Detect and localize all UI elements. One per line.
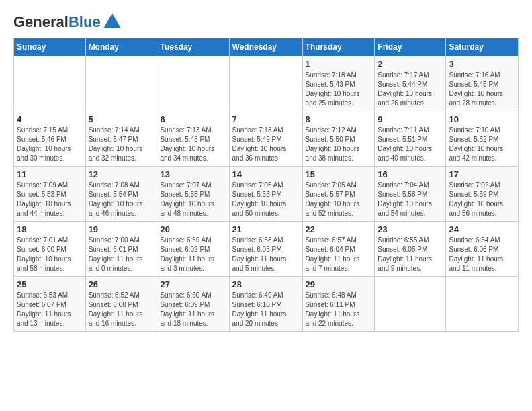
day-cell [375,277,446,332]
day-number: 27 [160,279,226,289]
day-cell: 15Sunrise: 7:05 AMSunset: 5:57 PMDayligh… [302,167,375,222]
day-number: 17 [449,169,515,179]
day-cell: 23Sunrise: 6:55 AMSunset: 6:05 PMDayligh… [375,222,446,277]
day-info: Sunrise: 6:53 AMSunset: 6:07 PMDaylight:… [17,291,83,328]
day-info: Sunrise: 7:11 AMSunset: 5:51 PMDaylight:… [378,126,443,163]
day-number: 29 [306,279,372,289]
day-info: Sunrise: 6:50 AMSunset: 6:09 PMDaylight:… [160,291,226,328]
day-info: Sunrise: 7:08 AMSunset: 5:54 PMDaylight:… [89,181,154,218]
day-cell: 22Sunrise: 6:57 AMSunset: 6:04 PMDayligh… [302,222,375,277]
day-cell [229,56,302,111]
day-info: Sunrise: 7:05 AMSunset: 5:57 PMDaylight:… [306,181,372,218]
header-sunday: Sunday [14,38,86,56]
day-cell: 29Sunrise: 6:48 AMSunset: 6:11 PMDayligh… [302,277,375,332]
day-cell [446,277,519,332]
day-number: 24 [449,224,515,234]
day-info: Sunrise: 7:13 AMSunset: 5:49 PMDaylight:… [232,126,300,163]
day-number: 11 [17,169,83,179]
day-number: 15 [306,169,372,179]
day-info: Sunrise: 6:49 AMSunset: 6:10 PMDaylight:… [232,291,300,328]
svg-marker-0 [103,13,121,28]
day-info: Sunrise: 6:57 AMSunset: 6:04 PMDaylight:… [306,236,372,273]
header-thursday: Thursday [302,38,375,56]
day-cell: 24Sunrise: 6:54 AMSunset: 6:06 PMDayligh… [446,222,519,277]
day-cell: 17Sunrise: 7:02 AMSunset: 5:59 PMDayligh… [446,167,519,222]
day-cell: 19Sunrise: 7:00 AMSunset: 6:01 PMDayligh… [85,222,157,277]
day-cell: 8Sunrise: 7:12 AMSunset: 5:50 PMDaylight… [302,111,375,167]
day-info: Sunrise: 7:00 AMSunset: 6:01 PMDaylight:… [89,236,154,273]
day-number: 5 [89,114,154,124]
week-row-5: 25Sunrise: 6:53 AMSunset: 6:07 PMDayligh… [14,277,519,332]
week-row-1: 1Sunrise: 7:18 AMSunset: 5:43 PMDaylight… [14,56,519,111]
day-number: 26 [89,279,154,289]
header-saturday: Saturday [446,38,519,56]
day-number: 16 [378,169,443,179]
day-cell: 4Sunrise: 7:15 AMSunset: 5:46 PMDaylight… [14,111,86,167]
day-cell: 27Sunrise: 6:50 AMSunset: 6:09 PMDayligh… [157,277,229,332]
day-info: Sunrise: 7:14 AMSunset: 5:47 PMDaylight:… [89,126,154,163]
day-number: 10 [449,114,515,124]
day-number: 22 [306,224,372,234]
day-cell: 26Sunrise: 6:52 AMSunset: 6:08 PMDayligh… [85,277,157,332]
header-monday: Monday [85,38,157,56]
logo: GeneralBlue [13,13,122,31]
day-info: Sunrise: 7:15 AMSunset: 5:46 PMDaylight:… [17,126,83,163]
logo-general: General [13,13,69,30]
day-info: Sunrise: 6:58 AMSunset: 6:03 PMDaylight:… [232,236,300,273]
day-info: Sunrise: 6:48 AMSunset: 6:11 PMDaylight:… [306,291,372,328]
day-number: 8 [306,114,372,124]
day-cell: 28Sunrise: 6:49 AMSunset: 6:10 PMDayligh… [229,277,302,332]
day-info: Sunrise: 7:10 AMSunset: 5:52 PMDaylight:… [449,126,515,163]
day-info: Sunrise: 7:12 AMSunset: 5:50 PMDaylight:… [306,126,372,163]
day-info: Sunrise: 7:18 AMSunset: 5:43 PMDaylight:… [306,71,372,108]
week-row-3: 11Sunrise: 7:09 AMSunset: 5:53 PMDayligh… [14,167,519,222]
day-cell: 13Sunrise: 7:07 AMSunset: 5:55 PMDayligh… [157,167,229,222]
day-number: 9 [378,114,443,124]
day-cell: 2Sunrise: 7:17 AMSunset: 5:44 PMDaylight… [375,56,446,111]
day-cell: 16Sunrise: 7:04 AMSunset: 5:58 PMDayligh… [375,167,446,222]
day-cell: 12Sunrise: 7:08 AMSunset: 5:54 PMDayligh… [85,167,157,222]
day-number: 19 [89,224,154,234]
day-number: 14 [232,169,300,179]
day-number: 20 [160,224,226,234]
header-tuesday: Tuesday [157,38,229,56]
day-info: Sunrise: 7:17 AMSunset: 5:44 PMDaylight:… [378,71,443,108]
day-number: 6 [160,114,226,124]
calendar-header-row: SundayMondayTuesdayWednesdayThursdayFrid… [14,38,519,56]
day-number: 3 [449,59,515,69]
day-number: 2 [378,59,443,69]
day-info: Sunrise: 7:01 AMSunset: 6:00 PMDaylight:… [17,236,83,273]
day-cell: 6Sunrise: 7:13 AMSunset: 5:48 PMDaylight… [157,111,229,167]
day-number: 28 [232,279,300,289]
logo-blue: Blue [69,13,101,30]
calendar-table: SundayMondayTuesdayWednesdayThursdayFrid… [13,38,519,332]
day-cell: 7Sunrise: 7:13 AMSunset: 5:49 PMDaylight… [229,111,302,167]
day-cell [85,56,157,111]
day-info: Sunrise: 7:02 AMSunset: 5:59 PMDaylight:… [449,181,515,218]
day-number: 12 [89,169,154,179]
day-info: Sunrise: 6:52 AMSunset: 6:08 PMDaylight:… [89,291,154,328]
day-cell: 18Sunrise: 7:01 AMSunset: 6:00 PMDayligh… [14,222,86,277]
day-cell: 21Sunrise: 6:58 AMSunset: 6:03 PMDayligh… [229,222,302,277]
day-cell: 9Sunrise: 7:11 AMSunset: 5:51 PMDaylight… [375,111,446,167]
day-info: Sunrise: 6:55 AMSunset: 6:05 PMDaylight:… [378,236,443,273]
day-cell: 11Sunrise: 7:09 AMSunset: 5:53 PMDayligh… [14,167,86,222]
header-friday: Friday [375,38,446,56]
day-cell: 5Sunrise: 7:14 AMSunset: 5:47 PMDaylight… [85,111,157,167]
header: GeneralBlue [13,13,519,31]
day-number: 4 [17,114,83,124]
day-cell [14,56,86,111]
day-number: 7 [232,114,300,124]
day-cell: 10Sunrise: 7:10 AMSunset: 5:52 PMDayligh… [446,111,519,167]
day-number: 1 [306,59,372,69]
day-cell [157,56,229,111]
day-info: Sunrise: 7:09 AMSunset: 5:53 PMDaylight:… [17,181,83,218]
day-number: 13 [160,169,226,179]
day-number: 18 [17,224,83,234]
day-cell: 14Sunrise: 7:06 AMSunset: 5:56 PMDayligh… [229,167,302,222]
header-wednesday: Wednesday [229,38,302,56]
week-row-2: 4Sunrise: 7:15 AMSunset: 5:46 PMDaylight… [14,111,519,167]
day-number: 25 [17,279,83,289]
day-info: Sunrise: 7:13 AMSunset: 5:48 PMDaylight:… [160,126,226,163]
day-info: Sunrise: 7:06 AMSunset: 5:56 PMDaylight:… [232,181,300,218]
